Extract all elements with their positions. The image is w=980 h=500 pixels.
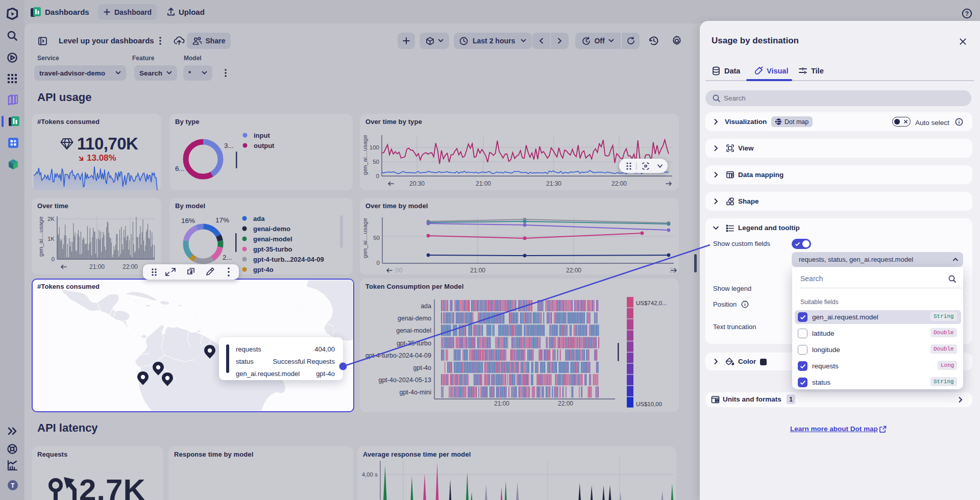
svg-text:22:00: 22:00 — [566, 267, 581, 274]
svg-text::00: :00 — [394, 267, 403, 274]
svg-text:gpt-4o: gpt-4o — [413, 364, 431, 371]
svg-text:genai-model: genai-model — [396, 327, 431, 334]
svg-text:22:00: 22:00 — [558, 400, 573, 407]
svg-text:4,00 s: 4,00 s — [362, 471, 378, 478]
svg-text:100: 100 — [370, 144, 379, 151]
svg-text:US$10,00: US$10,00 — [636, 401, 662, 407]
svg-text:gpt-35-turbo: gpt-35-turbo — [253, 245, 292, 253]
svg-text:gpt-4-turbo-2024-04-09: gpt-4-turbo-2024-04-09 — [365, 352, 431, 359]
svg-text:1K: 1K — [47, 236, 55, 242]
svg-text:gen_ai....usage: gen_ai....usage — [362, 218, 368, 258]
svg-text:genai-demo: genai-demo — [398, 315, 431, 322]
svg-text:21:00: 21:00 — [89, 263, 105, 270]
svg-text:0: 0 — [377, 260, 380, 266]
svg-text:21:00: 21:00 — [470, 267, 485, 274]
svg-text:22:00: 22:00 — [122, 263, 138, 270]
svg-text:0: 0 — [376, 173, 379, 179]
svg-text:17%: 17% — [215, 216, 229, 224]
svg-text:20:30: 20:30 — [409, 180, 425, 187]
svg-text:ada: ada — [253, 215, 265, 222]
svg-text:gpt-4o: gpt-4o — [253, 266, 274, 273]
svg-text:gpt-4o-2024-05-13: gpt-4o-2024-05-13 — [378, 377, 431, 384]
svg-text:50: 50 — [373, 235, 380, 241]
svg-text:0: 0 — [52, 256, 55, 262]
svg-text:genai-model: genai-model — [253, 235, 292, 243]
svg-text:2K: 2K — [47, 216, 55, 222]
svg-text:21:00: 21:00 — [476, 180, 491, 187]
svg-text:gpt-4-turb...2024-04-09: gpt-4-turb...2024-04-09 — [253, 256, 324, 263]
svg-text:ada: ada — [421, 303, 431, 310]
svg-text:6...: 6... — [175, 165, 185, 172]
svg-text:16%: 16% — [181, 217, 195, 224]
svg-text:2,7K: 2,7K — [79, 476, 146, 500]
svg-text:gen_ai....usage: gen_ai....usage — [362, 135, 368, 175]
svg-text:gpt-35-turbo: gpt-35-turbo — [397, 340, 431, 347]
svg-text:21:30: 21:30 — [546, 180, 561, 187]
svg-text:50: 50 — [373, 159, 379, 165]
svg-text:?: ? — [965, 10, 969, 17]
svg-text:22:00: 22:00 — [611, 180, 627, 187]
svg-text:3...: 3... — [224, 142, 234, 149]
svg-text:gen_ai....usage: gen_ai....usage — [38, 216, 44, 257]
svg-text:US$742,0...: US$742,0... — [636, 300, 667, 306]
svg-text:T: T — [11, 482, 15, 489]
svg-text:input: input — [254, 132, 270, 139]
svg-text:21:00: 21:00 — [494, 400, 509, 407]
svg-text:genai-demo: genai-demo — [253, 225, 290, 233]
svg-text:gpt-4o-mini: gpt-4o-mini — [399, 389, 431, 396]
svg-text:2...: 2... — [223, 254, 232, 261]
svg-text:output: output — [254, 142, 275, 149]
